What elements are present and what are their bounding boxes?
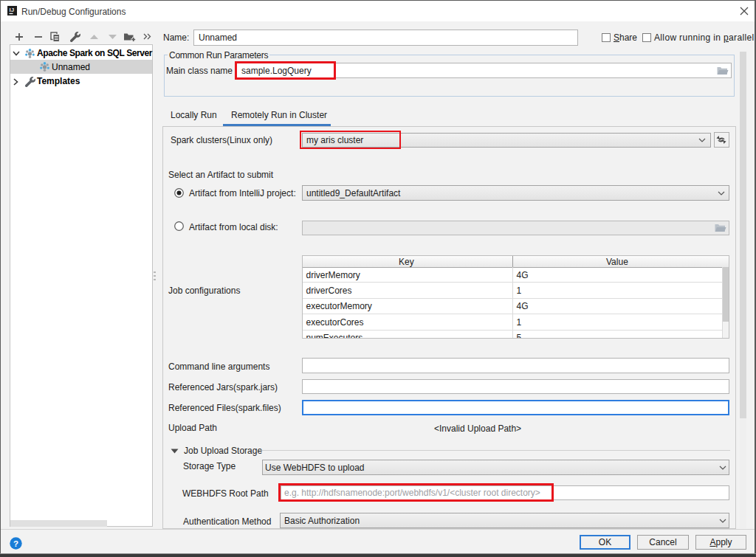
svg-text:?: ? — [13, 539, 18, 548]
svg-text:IJ: IJ — [10, 7, 15, 13]
